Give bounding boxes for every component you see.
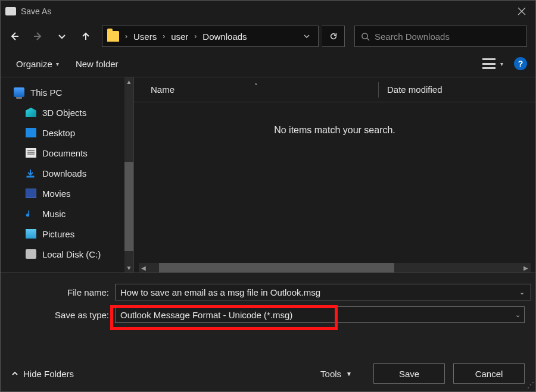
sidebar-item-desktop[interactable]: Desktop bbox=[14, 123, 133, 143]
resize-grip-icon[interactable]: ⋰ bbox=[527, 381, 533, 389]
sidebar-item-downloads[interactable]: Downloads bbox=[14, 163, 133, 183]
sidebar-label: Local Disk (C:) bbox=[42, 249, 101, 259]
sidebar-item-music[interactable]: Music bbox=[14, 203, 133, 224]
sidebar-item-this-pc[interactable]: This PC bbox=[14, 82, 133, 102]
sidebar-label: This PC bbox=[30, 87, 62, 98]
column-headers: ˄ Name Date modified bbox=[134, 77, 535, 102]
chevron-right-icon: › bbox=[121, 32, 131, 40]
refresh-button[interactable] bbox=[322, 26, 345, 47]
horizontal-scrollbar[interactable]: ◀ ▶ bbox=[139, 263, 531, 272]
organize-menu[interactable]: Organize ▾ bbox=[16, 59, 59, 69]
sidebar-item-local-disk[interactable]: Local Disk (C:) bbox=[14, 244, 133, 264]
recent-locations-button[interactable] bbox=[52, 26, 72, 47]
search-box[interactable] bbox=[354, 26, 527, 47]
sort-indicator-icon: ˄ bbox=[254, 83, 258, 90]
hide-folders-toggle[interactable]: Hide Folders bbox=[11, 369, 74, 379]
hscroll-thumb[interactable] bbox=[159, 263, 394, 272]
folder-icon bbox=[107, 31, 119, 42]
sidebar-label: Pictures bbox=[42, 229, 74, 239]
window-title: Save As bbox=[21, 7, 51, 16]
titlebar: Save As bbox=[1, 1, 535, 22]
savetype-label: Save as type: bbox=[11, 310, 115, 320]
caret-down-icon: ▾ bbox=[56, 61, 59, 67]
address-bar[interactable]: › Users › user › Downloads bbox=[102, 26, 319, 47]
filename-label: File name: bbox=[11, 287, 115, 297]
disk-icon bbox=[26, 249, 36, 259]
arrow-up-icon bbox=[81, 32, 91, 41]
sidebar-scroll-thumb[interactable] bbox=[124, 162, 133, 251]
filename-input[interactable] bbox=[115, 284, 531, 300]
close-button[interactable] bbox=[508, 1, 535, 22]
scroll-down-icon[interactable]: ▼ bbox=[124, 264, 133, 272]
filename-history-button[interactable]: ⌄ bbox=[519, 288, 525, 296]
column-header-date[interactable]: Date modified bbox=[379, 84, 442, 95]
sidebar-scrollbar[interactable]: ▲ ▼ bbox=[124, 77, 133, 272]
sidebar-label: Desktop bbox=[42, 128, 75, 138]
body-split: This PC 3D Objects Desktop Documents bbox=[1, 77, 535, 272]
nav-row: › Users › user › Downloads bbox=[1, 22, 535, 51]
search-input[interactable] bbox=[375, 32, 521, 42]
svg-line-3 bbox=[367, 38, 369, 40]
chevron-down-icon bbox=[57, 32, 67, 41]
scroll-up-icon[interactable]: ▲ bbox=[124, 77, 133, 86]
scroll-left-icon[interactable]: ◀ bbox=[139, 263, 148, 272]
view-options-button[interactable] bbox=[482, 58, 496, 69]
forward-button[interactable] bbox=[28, 26, 48, 47]
back-button[interactable] bbox=[4, 26, 24, 47]
organize-label: Organize bbox=[16, 59, 52, 69]
chevron-down-icon bbox=[303, 33, 310, 40]
sidebar-label: 3D Objects bbox=[42, 108, 86, 118]
footer: Hide Folders Tools ▼ Save Cancel bbox=[1, 356, 535, 391]
sidebar-item-documents[interactable]: Documents bbox=[14, 143, 133, 163]
refresh-icon bbox=[329, 32, 338, 40]
toolbar: Organize ▾ New folder ▾ ? bbox=[1, 51, 535, 77]
pictures-icon bbox=[26, 229, 36, 239]
empty-list-message: No items match your search. bbox=[134, 125, 535, 136]
cancel-button[interactable]: Cancel bbox=[453, 363, 525, 384]
chevron-up-icon bbox=[11, 370, 18, 377]
arrow-left-icon bbox=[10, 32, 19, 41]
3d-objects-icon bbox=[26, 108, 36, 117]
help-button[interactable]: ? bbox=[514, 57, 527, 70]
breadcrumb-users[interactable]: Users bbox=[131, 32, 159, 42]
savetype-value: Outlook Message Format - Unicode (*.msg) bbox=[120, 310, 292, 320]
chevron-down-icon: ⌄ bbox=[515, 311, 521, 319]
sidebar-item-pictures[interactable]: Pictures bbox=[14, 224, 133, 244]
close-icon bbox=[518, 7, 526, 15]
this-pc-icon bbox=[14, 87, 24, 97]
save-as-dialog: Save As › Users › user › Downloads bbox=[0, 0, 536, 392]
save-button[interactable]: Save bbox=[373, 363, 445, 384]
movies-icon bbox=[26, 189, 36, 198]
sidebar-label: Music bbox=[42, 209, 66, 219]
breadcrumb-downloads[interactable]: Downloads bbox=[200, 32, 249, 42]
scroll-right-icon[interactable]: ▶ bbox=[521, 263, 531, 272]
file-list-pane: ˄ Name Date modified No items match your… bbox=[134, 77, 535, 272]
chevron-right-icon: › bbox=[191, 32, 200, 40]
up-button[interactable] bbox=[76, 26, 96, 47]
view-dropdown-button[interactable]: ▾ bbox=[500, 61, 503, 67]
svg-rect-4 bbox=[27, 176, 34, 177]
arrow-right-icon bbox=[33, 32, 43, 41]
sidebar-item-movies[interactable]: Movies bbox=[14, 183, 133, 203]
svg-point-2 bbox=[362, 33, 367, 38]
sidebar: This PC 3D Objects Desktop Documents bbox=[1, 77, 134, 272]
downloads-icon bbox=[26, 168, 36, 178]
filename-row: File name: ⌄ bbox=[11, 284, 525, 300]
new-folder-button[interactable]: New folder bbox=[76, 59, 119, 69]
address-history-button[interactable] bbox=[298, 26, 316, 46]
sidebar-label: Downloads bbox=[42, 168, 86, 178]
sidebar-label: Movies bbox=[42, 189, 71, 199]
desktop-icon bbox=[26, 128, 36, 137]
column-header-name[interactable]: ˄ Name bbox=[134, 84, 378, 95]
music-icon bbox=[26, 209, 36, 218]
app-icon bbox=[5, 7, 16, 15]
breadcrumb-user[interactable]: user bbox=[169, 32, 191, 42]
tools-menu[interactable]: Tools ▼ bbox=[320, 369, 352, 379]
caret-down-icon: ▼ bbox=[346, 371, 352, 377]
documents-icon bbox=[26, 148, 36, 158]
sidebar-item-3d-objects[interactable]: 3D Objects bbox=[14, 102, 133, 123]
savetype-select[interactable]: Outlook Message Format - Unicode (*.msg)… bbox=[115, 306, 525, 323]
bottom-panel: File name: ⌄ Save as type: Outlook Messa… bbox=[1, 272, 535, 391]
sidebar-label: Documents bbox=[42, 148, 88, 158]
chevron-right-icon: › bbox=[159, 32, 169, 40]
